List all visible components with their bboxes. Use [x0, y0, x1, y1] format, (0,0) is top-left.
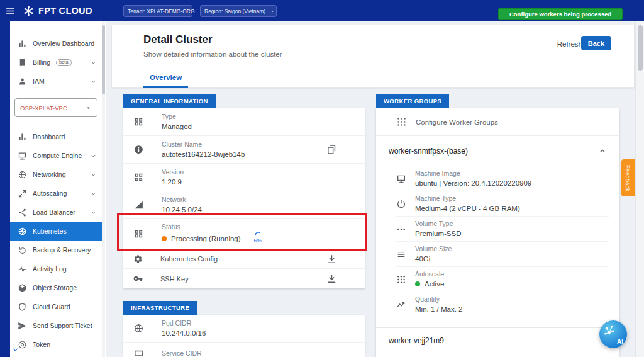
- sidebar-item-kubernetes[interactable]: Kubernetes: [10, 222, 102, 241]
- region-select[interactable]: Region: Saigon (Vietnam): [200, 5, 277, 17]
- row-quantity: Quantity Min. 1 / Max. 2: [396, 292, 609, 317]
- left-rail: [0, 21, 10, 357]
- refresh-link[interactable]: Refresh: [557, 40, 582, 48]
- row-ssh-key: SSH Key: [123, 269, 365, 288]
- row-autoscale: Autoscale Active: [396, 267, 609, 292]
- configure-workers-notice-button[interactable]: Configure workers being processed: [498, 8, 623, 20]
- activity-icon: [18, 264, 27, 274]
- tenant-select[interactable]: Tenant: XPLAT-DEMO-ORG: [123, 5, 192, 17]
- power-icon: [396, 199, 406, 209]
- sidebar-item-networking[interactable]: Networking: [10, 165, 102, 184]
- field-label: Volume Size: [415, 244, 452, 254]
- field-value: Premium-SSD: [415, 229, 461, 239]
- sidebar-item-iam[interactable]: IAM: [10, 72, 102, 91]
- trend-line-icon: [396, 300, 406, 310]
- ellipsis-icon: [396, 224, 406, 234]
- brand-name: FPT CLOUD: [38, 6, 92, 16]
- key-icon: [133, 274, 143, 283]
- download-icon[interactable]: [326, 273, 337, 284]
- download-icon[interactable]: [326, 254, 337, 264]
- info-icon: [133, 144, 144, 155]
- field-value: Managed: [162, 122, 192, 132]
- sidebar-scrollbar[interactable]: [102, 21, 105, 357]
- sidebar-item-billing[interactable]: Billing beta: [10, 53, 102, 72]
- worker-group-header[interactable]: worker-snmtfpsx-(base): [376, 136, 619, 166]
- feedback-tab[interactable]: Feedback: [621, 159, 635, 196]
- back-button[interactable]: Back: [581, 36, 611, 50]
- worker-groups-card-title: WORKER GROUPS: [376, 94, 449, 108]
- sidebar-scrollbar-thumb[interactable]: [102, 25, 105, 94]
- chevron-down-icon: [90, 171, 97, 178]
- billing-icon: [18, 58, 27, 67]
- shield-icon: [18, 302, 27, 312]
- sidebar-item-label: Cloud Guard: [33, 303, 70, 310]
- sidebar-item-backup-recovery[interactable]: Backup & Recovery: [10, 241, 102, 259]
- sidebar-item-label: Send Support Ticket: [33, 322, 92, 329]
- sidebar-item-send-support-ticket[interactable]: Send Support Ticket: [10, 316, 102, 335]
- vpc-select[interactable]: OSP-XPLAT-VPC: [14, 98, 97, 117]
- hamburger-menu-icon[interactable]: [5, 6, 16, 16]
- row-volume-type: Volume Type Premium-SSD: [396, 217, 609, 242]
- configure-worker-groups-row[interactable]: Configure Worker Groups: [376, 108, 619, 136]
- field-value: Medium-4 (2 vCPU - 4 GB RAM): [415, 203, 520, 213]
- sidebar-item-cloud-guard[interactable]: Cloud Guard: [10, 297, 102, 316]
- status-dot: [162, 236, 167, 241]
- autoscaling-icon: [18, 189, 27, 198]
- sidebar-item-label: Overview Dashboard: [33, 40, 94, 47]
- row-cluster-name: Cluster Name autotest164212-8wjeb14b: [123, 136, 365, 164]
- sidebar-item-overview-dashboard[interactable]: Overview Dashboard: [10, 34, 102, 53]
- sidebar-item-label: Autoscaling: [33, 190, 67, 197]
- spacer: [376, 317, 619, 327]
- sidebar-item-object-storage[interactable]: Object Storage: [10, 278, 102, 297]
- sidebar-item-compute-engine[interactable]: Compute Engine: [10, 146, 102, 165]
- sidebar-item-dashboard[interactable]: Dashboard: [10, 127, 102, 146]
- autoscale-active-dot: [415, 281, 420, 286]
- sidebar-item-activity-log[interactable]: Activity Log: [10, 259, 102, 278]
- fpt-cloud-logo-icon: [23, 5, 35, 17]
- vertical-scrollbar[interactable]: [635, 21, 644, 357]
- type-icon: [133, 116, 144, 127]
- sidebar-item-autoscaling[interactable]: Autoscaling: [10, 184, 102, 203]
- status-progress: 6%: [254, 232, 262, 246]
- grid-dots-icon: [396, 275, 406, 285]
- chevron-down-icon: [90, 152, 97, 159]
- field-value: 40Gi: [415, 254, 452, 264]
- row-kubernetes-config: Kubernetes Config: [123, 249, 365, 269]
- chevron-down-icon: [90, 78, 97, 85]
- ai-assistant-button[interactable]: AI: [599, 320, 627, 348]
- field-label: Volume Type: [415, 219, 461, 229]
- chevron-down-icon: [90, 209, 97, 216]
- field-value: Active: [425, 279, 444, 289]
- field-label: Type: [162, 112, 192, 122]
- chevron-down-icon: [90, 59, 97, 66]
- field-label: Pod CIDR: [162, 319, 206, 328]
- sidebar-item-load-balancer[interactable]: Load Balancer: [10, 203, 102, 222]
- vertical-scrollbar-thumb[interactable]: [638, 25, 643, 71]
- field-label: Status: [162, 222, 262, 232]
- send-icon: [18, 321, 27, 331]
- page-header: Detail Cluster Show detailed information…: [112, 25, 634, 88]
- worker-group-name: worker-snmtfpsx-(base): [389, 147, 468, 156]
- field-value: ubuntu | Version: 20.4.12020220909: [415, 178, 531, 188]
- field-label: Version: [162, 167, 184, 177]
- storage-icon: [18, 283, 27, 293]
- sidebar-scroll-down-icon[interactable]: [11, 346, 19, 354]
- copy-icon[interactable]: [326, 144, 337, 155]
- version-icon: [133, 172, 144, 183]
- field-value: 10.24.5.0/24: [162, 205, 202, 215]
- field-label: Machine Type: [415, 194, 520, 203]
- general-information-card-title: GENERAL INFORMATION: [123, 94, 216, 108]
- chevron-up-icon[interactable]: [598, 147, 607, 156]
- monitor-icon: [396, 174, 406, 184]
- topbar: FPT CLOUD Tenant: XPLAT-DEMO-ORG Region:…: [0, 0, 644, 21]
- sidebar-item-label: Token: [33, 341, 50, 348]
- tab-overview[interactable]: Overview: [143, 69, 188, 88]
- sidebar: Overview Dashboard Billing beta IAM OSP-…: [10, 21, 102, 357]
- sidebar-item-label: Networking: [33, 171, 66, 178]
- row-service-cidr: Service CIDR: [123, 343, 365, 357]
- configure-worker-groups-label: Configure Worker Groups: [416, 118, 498, 126]
- sidebar-item-label: Dashboard: [33, 133, 65, 140]
- sidebar-item-token[interactable]: Token: [10, 335, 102, 354]
- worker-group-header-second[interactable]: worker-vejj21m9: [376, 327, 619, 353]
- field-label: SSH Key: [160, 275, 189, 283]
